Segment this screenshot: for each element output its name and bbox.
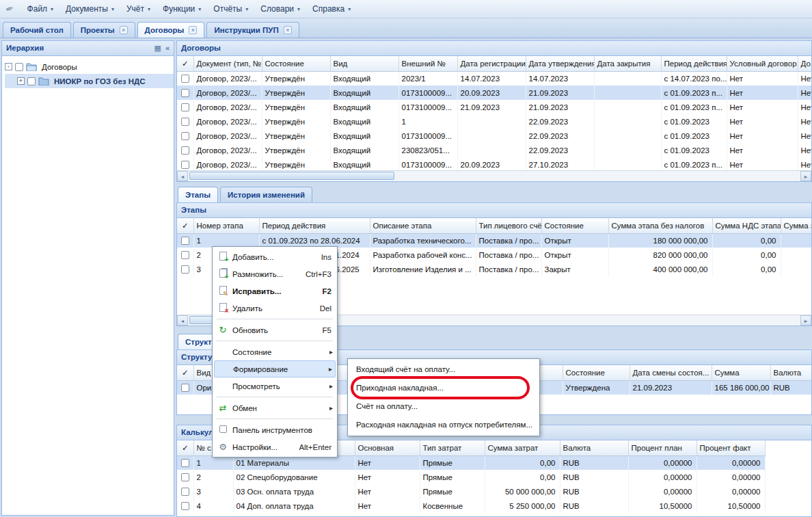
tree-node-checkbox[interactable] <box>15 63 23 71</box>
row-checkbox[interactable] <box>181 384 189 392</box>
column-header[interactable]: Сумма <box>712 365 770 380</box>
tab-close-icon[interactable]: × <box>189 26 197 34</box>
menubar-item-functions[interactable]: Функции▾ <box>157 2 207 16</box>
column-header[interactable]: Процент план <box>628 440 696 455</box>
tree-node-niokr[interactable]: + НИОКР по ГОЗ без НДС <box>5 74 174 88</box>
column-header[interactable]: До... <box>798 56 811 71</box>
row-checkbox[interactable] <box>181 502 189 510</box>
column-header[interactable]: Документ (тип, №... <box>193 56 262 71</box>
row-checkbox[interactable] <box>181 161 189 169</box>
table-row[interactable]: Договор, 2023/...УтверждёнВходящий2023/1… <box>177 71 811 85</box>
column-header[interactable]: Сумма э... <box>781 218 811 233</box>
menu-item-add[interactable]: Добавить... Ins <box>214 248 336 265</box>
tree-node-contracts[interactable]: - Договоры <box>5 59 174 74</box>
submenu-item-incoming-invoice[interactable]: Входящий счёт на оплату... <box>348 360 539 379</box>
tab-projects[interactable]: Проекты× <box>73 22 135 38</box>
column-header[interactable]: Описание этапа <box>370 218 476 233</box>
tab-close-icon[interactable]: × <box>120 26 128 34</box>
table-row[interactable]: Договор, 2023/...УтверждёнВходящий017310… <box>177 157 811 170</box>
column-header[interactable]: Тип лицевого счёт <box>476 218 541 233</box>
collapse-node-icon[interactable]: - <box>5 63 12 70</box>
menu-item-refresh[interactable]: ↻ Обновить F5 <box>214 321 336 339</box>
column-header[interactable]: Сумма НДС этапа <box>712 218 781 233</box>
menu-item-toolbar[interactable]: Панель инструментов <box>214 421 336 438</box>
menubar-item-accounting[interactable]: Учёт▾ <box>120 2 157 16</box>
select-all-header[interactable]: ✓ <box>177 365 193 380</box>
submenu-item-payment-invoice[interactable]: Счёт на оплату... <box>348 397 539 416</box>
column-header[interactable]: Дата утверждения <box>526 56 594 71</box>
menu-item-view[interactable]: Просмотреть ▸ <box>214 377 336 395</box>
row-checkbox[interactable] <box>181 89 189 97</box>
table-row[interactable]: 202 СпецоборудованиеНетПрямые0,00RUB0,00… <box>177 470 811 484</box>
table-row[interactable]: Договор, 2023/...УтверждёнВходящий017310… <box>177 129 811 143</box>
table-row[interactable]: Договор, 2023/...УтверждёнВходящий017310… <box>177 100 811 114</box>
column-header[interactable]: Условный договор <box>727 56 798 71</box>
submenu-item-issue-note[interactable]: Расходная накладная на отпуск потребител… <box>348 416 539 434</box>
column-header[interactable]: Процент факт <box>696 440 765 455</box>
scroll-left-button[interactable]: ◄ <box>177 171 188 181</box>
menubar-item-help[interactable]: Справка▾ <box>306 2 357 16</box>
menubar-item-dictionaries[interactable]: Словари▾ <box>254 2 306 16</box>
collapse-panel-icon[interactable]: « <box>165 44 170 55</box>
column-header[interactable]: Сумма этапа без налогов <box>608 218 712 233</box>
column-header[interactable]: Валюта <box>770 365 811 380</box>
menu-item-edit[interactable]: Исправить... F2 <box>214 282 336 300</box>
row-checkbox[interactable] <box>181 132 189 140</box>
menu-item-state[interactable]: Состояние ▸ <box>214 343 336 360</box>
menu-item-settings[interactable]: ⚙ Настройки... Alt+Enter <box>214 438 336 455</box>
row-checkbox[interactable] <box>181 265 189 274</box>
column-header[interactable]: Тип затрат <box>420 440 485 455</box>
column-header[interactable]: Состояние <box>563 365 630 380</box>
table-row[interactable]: 404 Доп. оплата трудаНетКосвенные5 250 0… <box>177 499 811 513</box>
menu-item-formation[interactable]: Формирование ▸ <box>214 360 336 377</box>
row-checkbox[interactable] <box>181 237 189 245</box>
scroll-right-button[interactable]: ► <box>800 315 811 326</box>
scrollbar-track[interactable] <box>188 171 800 181</box>
tab-instructions[interactable]: Инструкции ПУП× <box>206 22 299 38</box>
column-header[interactable]: Валюта <box>560 440 628 455</box>
tab-contracts[interactable]: Договоры× <box>137 22 205 38</box>
row-checkbox[interactable] <box>181 103 189 111</box>
column-settings-icon[interactable]: ▦ <box>154 44 161 55</box>
row-checkbox[interactable] <box>181 473 189 481</box>
scroll-right-button[interactable]: ► <box>800 171 811 181</box>
table-row[interactable]: Договор, 2023/...УтверждёнВходящий017310… <box>177 85 811 100</box>
row-checkbox[interactable] <box>181 75 189 83</box>
tab-desktop[interactable]: Рабочий стол <box>3 22 71 38</box>
table-row[interactable]: 303 Осн. оплата трудаНетПрямые50 000 000… <box>177 484 811 499</box>
scrollbar-thumb[interactable] <box>189 172 394 180</box>
select-all-header[interactable]: ✓ <box>177 218 193 233</box>
menubar-item-file[interactable]: Файл▾ <box>21 2 60 16</box>
scroll-left-button[interactable]: ◄ <box>177 315 188 326</box>
row-checkbox[interactable] <box>181 118 189 126</box>
horizontal-scrollbar[interactable]: ◄ ► <box>177 170 811 181</box>
column-header[interactable]: Вид <box>330 56 398 71</box>
table-row[interactable]: 1с 01.09.2023 по 28.06.2024Разработка те… <box>177 233 811 248</box>
column-header[interactable]: Период действия... <box>661 56 727 71</box>
menu-item-duplicate[interactable]: Размножить... Ctrl+F3 <box>214 265 336 282</box>
table-row[interactable]: 101 МатериалыНетПрямые0,00RUB0,000000,00… <box>177 455 811 470</box>
table-row[interactable]: Договор, 2023/...УтверждёнВходящий230823… <box>177 143 811 157</box>
row-checkbox[interactable] <box>181 459 189 467</box>
expand-node-icon[interactable]: + <box>17 77 25 85</box>
menu-item-delete[interactable]: Удалить Del <box>214 300 336 317</box>
select-all-header[interactable]: ✓ <box>177 440 193 455</box>
column-header[interactable]: Период действия <box>259 218 370 233</box>
column-header[interactable]: Состояние <box>262 56 330 71</box>
column-header[interactable]: Дата регистрации <box>457 56 526 71</box>
tab-close-icon[interactable]: × <box>284 26 292 34</box>
tab-stages[interactable]: Этапы <box>178 187 218 202</box>
menu-item-exchange[interactable]: ⇄ Обмен ▸ <box>214 399 336 416</box>
tree-node-checkbox[interactable] <box>27 77 36 85</box>
row-checkbox[interactable] <box>181 251 189 259</box>
column-header[interactable]: Номер этапа <box>193 218 259 233</box>
tab-change-history[interactable]: История изменений <box>220 187 312 202</box>
table-row[interactable]: Договор, 2023/...УтверждёнВходящий122.09… <box>177 114 811 129</box>
column-header[interactable]: Дата смены состоя... <box>630 365 712 380</box>
row-checkbox[interactable] <box>181 146 189 155</box>
menubar-item-reports[interactable]: Отчёты▾ <box>207 2 254 16</box>
column-header[interactable]: Сумма затрат <box>485 440 560 455</box>
row-checkbox[interactable] <box>181 488 189 496</box>
column-header[interactable]: Внешний № <box>398 56 457 71</box>
column-header[interactable]: Состояние <box>541 218 608 233</box>
